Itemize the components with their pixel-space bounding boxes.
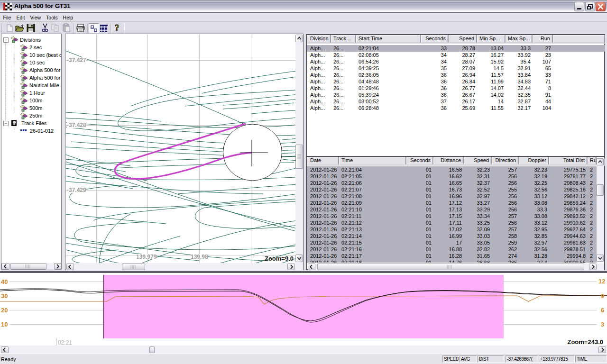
- svg-text:6: 6: [601, 307, 604, 314]
- svg-text:Zoom=243.0: Zoom=243.0: [567, 338, 603, 346]
- svg-text:-37.427: -37.427: [67, 57, 86, 64]
- svg-text:-37.429: -37.429: [67, 187, 86, 193]
- svg-text:20: 20: [1, 307, 8, 314]
- svg-text:3: 3: [601, 321, 604, 328]
- svg-text:?: ?: [115, 23, 120, 33]
- svg-text:139.98: 139.98: [191, 254, 208, 260]
- svg-text:Zoom=9.0: Zoom=9.0: [265, 255, 294, 262]
- svg-text:40: 40: [1, 278, 8, 285]
- svg-text:12: 12: [598, 278, 605, 285]
- svg-text:02:21: 02:21: [58, 339, 72, 346]
- svg-text:10: 10: [1, 321, 8, 328]
- svg-text:9: 9: [601, 292, 604, 300]
- svg-text:30: 30: [1, 292, 8, 300]
- svg-text:-37.428: -37.428: [67, 122, 86, 128]
- svg-text:139.979: 139.979: [136, 254, 157, 260]
